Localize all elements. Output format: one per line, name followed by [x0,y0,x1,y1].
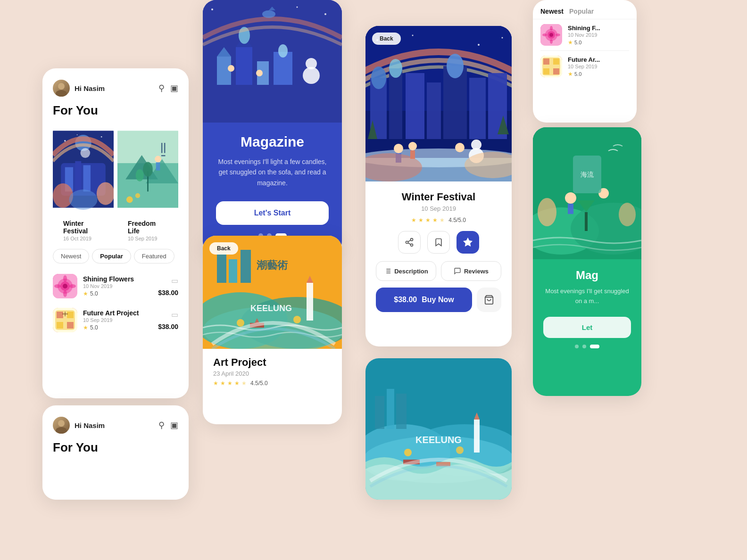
svg-point-107 [411,239,413,241]
svg-point-14 [77,134,78,135]
detail-date: 10 Sep 2019 [376,205,501,212]
rating-value-1: 5.0 [90,290,98,297]
svg-point-34 [63,290,67,297]
green-lets-start-button[interactable]: Let [543,317,631,338]
detail-rating-text: 4.5/5.0 [448,217,466,223]
detail-rating: ★ ★ ★ ★ ★ 4.5/5.0 [376,217,501,223]
svg-rect-68 [229,259,237,283]
svg-rect-133 [553,68,559,74]
featured-books-row: Winter Festival 16 Oct 2019 [42,124,189,241]
svg-point-53 [278,44,288,58]
right-tab-newest[interactable]: Newest [540,8,564,15]
featured-book-1-image [53,124,114,216]
detail-title: Winter Festival [376,191,501,203]
right-list-item-2[interactable]: Future Ar... 10 Sep 2019 ★ 5.0 [533,51,637,82]
detail-star-5: ★ [440,217,445,223]
search-icon-2[interactable]: ⚲ [158,420,165,430]
back-button-detail[interactable]: Back [372,33,401,45]
svg-marker-112 [464,239,472,246]
svg-point-21 [136,169,144,181]
svg-point-108 [406,241,408,244]
right-list-title-1: Shining F... [568,25,600,32]
list-thumb-2 [53,308,77,332]
svg-rect-160 [387,389,394,429]
art-rating: ★ ★ ★ ★ ★ 4.5/5.0 [213,380,332,387]
star-1: ★ [213,380,218,387]
green-description: Most evenings I'll get snuggled on a m..… [543,287,631,306]
right-list-card: Newest Popular Shining F... 10 Nov 2019 … [533,0,637,123]
action-buttons [376,231,501,254]
bookmark-icon-2[interactable]: ▭ [171,310,178,319]
price-text: $38.00 [394,296,417,304]
detail-star-4: ★ [432,217,438,223]
svg-point-22 [155,156,161,163]
svg-rect-70 [307,283,313,321]
svg-rect-26 [161,143,163,153]
header-icons: ⚲ ▣ [158,83,178,93]
grid-icon-2[interactable]: ▣ [170,420,178,430]
buy-now-button[interactable]: $38.00 Buy Now [376,288,472,312]
price-1: $38.00 [158,289,178,296]
price-2: $38.00 [158,323,178,330]
featured-book-1[interactable]: Winter Festival 16 Oct 2019 [53,124,114,241]
list-date-1: 10 Nov 2019 [83,283,152,289]
svg-rect-39 [57,312,63,318]
right-tab-popular[interactable]: Popular [569,8,594,15]
art-project-card: Back KEELUNG 潮藝術 [203,236,342,424]
tab-popular[interactable]: Popular [92,249,131,264]
home-header-2: Hi Nasim ⚲ ▣ [42,405,189,438]
svg-point-9 [97,182,114,205]
tab-newest[interactable]: Newest [53,249,89,264]
svg-point-102 [502,37,503,39]
svg-point-126 [542,33,547,36]
svg-point-10 [69,189,97,210]
list-item-2[interactable]: Future Art Project 10 Sep 2019 ★ 5.0 ▭ $… [42,303,189,337]
right-list-title-2: Future Ar... [568,56,600,63]
lets-start-button[interactable]: Let's Start [216,201,329,225]
list-item-1[interactable]: Shining Flowers 10 Nov 2019 ★ 5.0 ▭ $38.… [42,269,189,303]
share-button[interactable] [398,231,421,254]
grid-icon[interactable]: ▣ [170,83,178,93]
magazine-onboarding-card: Magazine Most evenings I'll light a few … [203,0,342,255]
svg-rect-28 [161,155,166,156]
right-thumb-1 [540,24,562,46]
svg-point-55 [297,7,298,8]
art-rating-text: 4.5/5.0 [250,380,268,387]
svg-point-0 [58,83,65,90]
detail-star-3: ★ [425,217,431,223]
list-date-2: 10 Sep 2019 [83,317,152,323]
right-list-date-1: 10 Nov 2019 [568,32,600,38]
bookmark-icon-1[interactable]: ▭ [171,276,178,285]
svg-point-12 [64,140,66,141]
svg-point-146 [58,420,65,427]
svg-line-111 [408,240,411,241]
svg-point-109 [411,244,413,246]
cart-button[interactable] [477,288,501,312]
tab-featured[interactable]: Featured [134,249,174,264]
featured-book-2[interactable]: Freedom Life 10 Sep 2019 [117,124,178,241]
svg-point-56 [324,13,326,15]
right-list-item-1[interactable]: Shining F... 10 Nov 2019 ★ 5.0 [533,19,637,50]
svg-rect-44 [65,312,66,316]
avatar-2 [53,417,70,434]
svg-point-89 [447,54,464,78]
favorite-button[interactable] [456,231,479,254]
green-dot-1 [575,345,579,348]
list-rating-1: ★ 5.0 [83,290,152,297]
green-dot-3 [590,345,599,348]
greeting-text-2: Hi Nasim [75,421,105,429]
green-title: Mag [543,269,631,282]
svg-rect-82 [406,73,424,139]
list-rating-2: ★ 5.0 [83,324,152,331]
description-button[interactable]: Description [376,261,436,281]
bookmark-button[interactable] [427,231,450,254]
svg-point-142 [538,198,556,226]
back-button-art[interactable]: Back [209,242,238,255]
reviews-button[interactable]: Reviews [441,261,501,281]
svg-point-58 [306,58,317,69]
svg-point-96 [408,142,417,150]
search-icon[interactable]: ⚲ [158,83,165,93]
svg-rect-23 [156,162,160,170]
star-5: ★ [241,380,247,387]
svg-rect-27 [164,143,166,153]
